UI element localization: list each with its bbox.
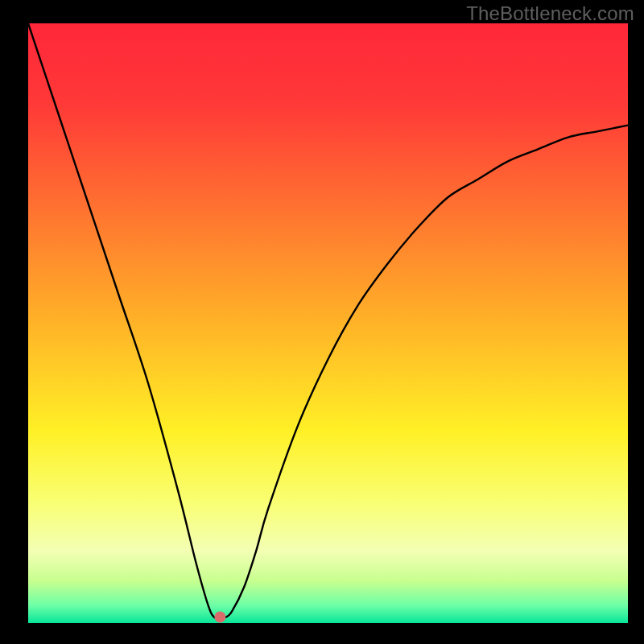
bottleneck-chart [0, 0, 644, 644]
plot-background [28, 23, 628, 623]
optimal-point-marker [214, 612, 225, 623]
chart-frame: TheBottleneck.com [0, 0, 644, 644]
watermark-text: TheBottleneck.com [466, 2, 634, 25]
